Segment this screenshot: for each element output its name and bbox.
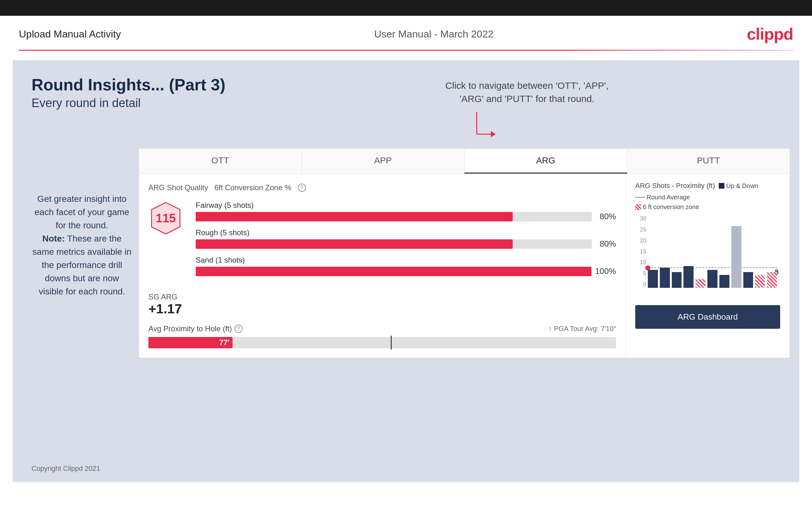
annotation-line2: 'ARG' and 'PUTT' for that round. — [459, 94, 594, 104]
y-label-25: 25 — [635, 226, 646, 233]
proximity-cursor — [391, 336, 392, 349]
chart-bars — [648, 215, 777, 288]
nav-annotation: Click to navigate between 'OTT', 'APP', … — [445, 79, 608, 106]
arg-dashboard-button[interactable]: ARG Dashboard — [635, 305, 780, 329]
bar-pct-rough: 80% — [596, 239, 616, 249]
arrow-container — [473, 109, 499, 148]
y-label-0: 0 — [635, 281, 646, 288]
bar-col-9 — [743, 215, 753, 288]
tab-app[interactable]: APP — [302, 149, 465, 173]
note-bold: Note: — [42, 234, 65, 243]
upload-label: Upload Manual Activity — [19, 29, 121, 40]
bar-row-sand: Sand (1 shots) 100% — [196, 256, 616, 276]
tab-ott[interactable]: OTT — [139, 149, 302, 173]
bar-fill-sand — [196, 267, 592, 276]
bar-bg-fairway — [196, 212, 592, 221]
main-content: Round Insights... (Part 3) Every round i… — [13, 60, 799, 482]
legend-up-down: Up & Down — [719, 182, 758, 189]
proximity-label: Avg Proximity to Hole (ft) ? — [148, 324, 243, 333]
sg-section: SG ARG +1.17 — [148, 292, 616, 317]
conversion-label: 6ft Conversion Zone % — [214, 183, 291, 192]
chart-area: 0 5 10 15 20 25 30 8 — [635, 215, 780, 297]
manual-label: User Manual - March 2022 — [374, 29, 494, 40]
hexagon: 115 — [148, 201, 183, 235]
legend-up-down-label: Up & Down — [726, 182, 758, 189]
chart-title: ARG Shots - Proximity (ft) — [635, 182, 715, 190]
shot-quality-label: ARG Shot Quality — [148, 183, 208, 192]
sg-value: +1.17 — [148, 301, 616, 317]
chart-bar-solid-3 — [672, 272, 682, 288]
annotation-line1: Click to navigate between 'OTT', 'APP', — [445, 80, 608, 91]
y-label-20: 20 — [635, 237, 646, 244]
chart-bar-hatched-11 — [767, 272, 777, 288]
tab-arg[interactable]: ARG — [464, 149, 627, 173]
sg-label: SG ARG — [148, 292, 616, 301]
bar-label-sand: Sand (1 shots) — [196, 256, 616, 265]
bar-fill-rough — [196, 239, 513, 249]
copyright: Copyright Clippd 2021 — [32, 464, 100, 473]
pga-avg-label: ↑ PGA Tour Avg: 7'10" — [549, 325, 616, 333]
bar-bg-rough — [196, 239, 592, 249]
left-description: Get greater insight into each facet of y… — [32, 192, 132, 298]
legend-hatched-icon — [635, 204, 641, 210]
proximity-bar-fill: 77' — [148, 337, 233, 348]
section-header-row: ARG Shot Quality 6ft Conversion Zone % ? — [148, 183, 616, 192]
bar-label-fairway: Fairway (5 shots) — [196, 201, 616, 210]
top-bar — [0, 0, 812, 16]
proximity-bar-val: 77' — [219, 338, 230, 347]
y-label-10: 10 — [635, 259, 646, 266]
proximity-section: Avg Proximity to Hole (ft) ? ↑ PGA Tour … — [148, 324, 616, 348]
legend-conversion-label: 6 ft conversion zone — [643, 204, 699, 211]
hex-value: 115 — [156, 212, 175, 225]
bar-col-1 — [648, 215, 658, 288]
bar-col-5 — [696, 215, 706, 288]
chart-bar-solid-9 — [743, 272, 753, 288]
chart-header: ARG Shots - Proximity (ft) Up & Down Rou… — [635, 182, 780, 201]
svg-marker-2 — [491, 131, 496, 137]
panel-left: ARG Shot Quality 6ft Conversion Zone % ?… — [139, 174, 626, 358]
legend-round-avg-label: Round Average — [647, 194, 690, 201]
chart-bar-solid-1 — [648, 270, 658, 288]
chart-bar-solid-2 — [660, 268, 670, 288]
chart-bar-solid-6 — [707, 270, 717, 288]
header: Upload Manual Activity User Manual - Mar… — [0, 16, 812, 50]
bar-pct-fairway: 80% — [596, 212, 616, 221]
bar-bg-sand — [196, 267, 592, 276]
chart-bar-solid-7 — [719, 275, 729, 288]
header-divider — [19, 50, 793, 51]
proximity-help-icon[interactable]: ? — [235, 325, 243, 333]
proximity-bar-bg: 77' — [148, 337, 616, 348]
bar-col-10 — [755, 215, 765, 288]
bar-col-6 — [707, 215, 717, 288]
tab-putt[interactable]: PUTT — [627, 149, 790, 173]
bar-col-2 — [660, 215, 670, 288]
bar-row-fairway: Fairway (5 shots) 80% — [196, 201, 616, 221]
logo: clippd — [747, 24, 793, 44]
tabs: OTT APP ARG PUTT — [139, 149, 790, 174]
y-label-15: 15 — [635, 248, 646, 255]
bar-col-11 — [767, 215, 777, 288]
panel-right: ARG Shots - Proximity (ft) Up & Down Rou… — [626, 174, 790, 358]
bar-col-3 — [672, 215, 682, 288]
bar-track-fairway: 80% — [196, 212, 616, 221]
help-icon[interactable]: ? — [298, 184, 306, 192]
proximity-header: Avg Proximity to Hole (ft) ? ↑ PGA Tour … — [148, 324, 616, 333]
y-label-30: 30 — [635, 215, 646, 222]
legend-conversion-zone: 6 ft conversion zone — [635, 204, 780, 211]
hex-container: 115 Fairway (5 shots) 80% — [148, 201, 616, 283]
bar-pct-sand: 100% — [595, 267, 616, 276]
page-title: Round Insights... (Part 3) — [32, 76, 780, 94]
bar-label-rough: Rough (5 shots) — [196, 228, 616, 237]
chart-bar-highlight-8 — [731, 226, 742, 288]
main-panel: OTT APP ARG PUTT ARG Shot Quality 6ft Co… — [139, 148, 790, 358]
proximity-label-text: Avg Proximity to Hole (ft) — [148, 324, 232, 333]
chart-bar-hatched-10 — [755, 275, 765, 288]
bar-col-4 — [683, 215, 694, 288]
chart-bar-hatched-5 — [696, 279, 706, 288]
bar-rows: Fairway (5 shots) 80% Rough (5 shots) — [196, 201, 616, 283]
panel-body: ARG Shot Quality 6ft Conversion Zone % ?… — [139, 174, 790, 358]
legend-square-icon — [719, 183, 724, 189]
bar-track-rough: 80% — [196, 239, 616, 249]
bar-col-7 — [719, 215, 729, 288]
legend-round-avg: Round Average — [635, 194, 690, 201]
